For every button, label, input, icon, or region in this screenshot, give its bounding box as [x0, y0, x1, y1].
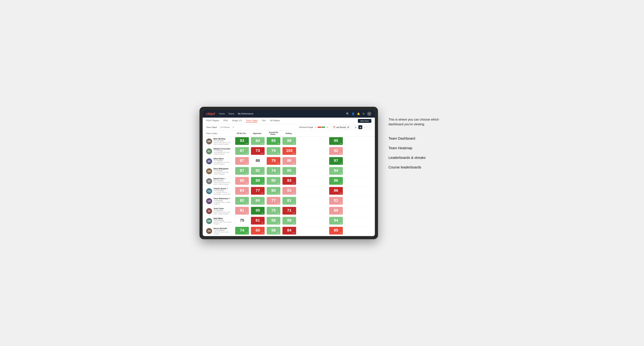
score-cell: 824▲ — [250, 166, 266, 176]
table-row[interactable]: JCJosh Coles1-5 HandicapRoyal North Devo… — [203, 206, 375, 216]
subnav-hcaps[interactable]: Hcaps 1-5 — [232, 119, 242, 123]
score-box: 93+4▲ — [235, 137, 249, 145]
col-header-off_tee[interactable]: Off the Tee ↓ — [234, 130, 250, 137]
top-nav: clippd Home Teams My Performance 🔍 👤 🔔 ⚙… — [203, 110, 375, 118]
last-rounds-button[interactable]: 📅 Last Rounds: 20 — [331, 126, 351, 129]
subnav-team-clippd[interactable]: Team Clippd — [246, 119, 258, 123]
score-change: 1▲ — [278, 173, 280, 174]
table-row[interactable]: CQCharlie Quick ✓6-10 HandicapSt. George… — [203, 186, 375, 196]
score-cell: 975▲ — [297, 156, 375, 166]
score-cell: 83-3▼ — [234, 186, 250, 196]
score-value: 86 — [334, 188, 338, 193]
heatmap-view-button[interactable]: ▦ — [358, 125, 362, 129]
table-row[interactable]: CRChris Robertson ✓1-5 HandicapCraigmill… — [203, 196, 375, 206]
player-cell[interactable]: EEElliot Ebert1-5 HandicapSunningdale Go… — [203, 156, 234, 166]
score-box: 871▲ — [235, 147, 249, 155]
annotation-option[interactable]: Course leaderboards — [388, 163, 444, 172]
player-name: Josh Coles — [214, 207, 233, 209]
table-row[interactable]: BMBlair McHargPlus HandicapRoyal North D… — [203, 137, 375, 147]
tablet-frame: clippd Home Teams My Performance 🔍 👤 🔔 ⚙… — [200, 107, 378, 239]
score-box: 858▲ — [267, 137, 280, 145]
annotation-panel: This is where you can choose which dashb… — [388, 107, 444, 172]
edit-icon[interactable]: ✏ — [232, 126, 234, 128]
score-value: 82 — [256, 168, 260, 173]
player-cell[interactable]: JCJosh Coles1-5 HandicapRoyal North Devo… — [203, 206, 234, 216]
score-cell: 83-6▼ — [282, 186, 297, 196]
score-box: 85-3▼ — [282, 167, 296, 175]
search-icon[interactable]: 🔍 — [346, 112, 349, 115]
subnav-pga[interactable]: PGA — [224, 119, 228, 123]
score-box: 5810▲ — [267, 227, 280, 234]
profile-icon[interactable]: 👤 — [352, 112, 354, 115]
table-row[interactable]: MMMatt Miller6-10 HandicapWoburn Golf Cl… — [203, 216, 375, 226]
subnav-tour[interactable]: Tour — [262, 119, 266, 123]
col-header-around_green[interactable]: Around the Green ↓ — [266, 130, 282, 137]
score-cell: 84-21▼ — [282, 226, 297, 236]
score-cell: 801▲ — [266, 186, 282, 196]
annotation-option[interactable]: Team Heatmap — [388, 143, 444, 153]
bell-icon[interactable]: 🔔 — [357, 112, 360, 115]
score-value: 87 — [240, 148, 244, 153]
team-header-bar: Team Clippd | 14 Players ✏ 20 Round Chan… — [203, 124, 375, 130]
player-cell[interactable]: DBDave Billingham1-5 HandicapGog Magog G… — [203, 166, 234, 176]
table-row[interactable]: DFDavid Ford ✓Plus HandicapRoyal North D… — [203, 176, 375, 186]
subnav-all-players[interactable]: All Players — [270, 119, 280, 123]
annotation-option[interactable]: Leaderboards & streaks — [388, 153, 444, 163]
score-change: -3▼ — [277, 202, 280, 204]
avatar: MM — [206, 218, 212, 224]
subnav-pgat[interactable]: PGAT Players — [206, 119, 219, 123]
score-box: 88 — [251, 157, 264, 165]
grid-view-button[interactable]: ⊞ — [354, 125, 358, 129]
score-value: 94 — [334, 168, 338, 173]
score-box: 87-3▼ — [235, 157, 249, 165]
score-change: -3▼ — [245, 163, 248, 164]
col-header-approach[interactable]: Approach ↓ — [250, 130, 266, 137]
score-value: 75 — [272, 158, 276, 163]
settings-icon[interactable]: ⚙ — [362, 112, 365, 115]
table-row[interactable]: EEElliot Ebert1-5 HandicapSunningdale Go… — [203, 156, 375, 166]
player-cell[interactable]: BMBlair McHargPlus HandicapRoyal North D… — [203, 137, 234, 147]
table-row[interactable]: ANAaron Nicholls11-15 HandicapDrift Golf… — [203, 226, 375, 236]
list-view-button[interactable]: ≡ — [363, 125, 367, 129]
add-team-button[interactable]: Add Team — [358, 119, 371, 123]
score-change: -3▼ — [277, 163, 280, 164]
score-value: 89 — [334, 208, 338, 213]
sort-button[interactable]: ↕ — [368, 125, 371, 129]
score-cell: 846▲ — [250, 137, 266, 147]
score-value: 77 — [256, 188, 260, 193]
score-value: 97 — [334, 158, 338, 163]
player-cell[interactable]: ANAaron Nicholls11-15 HandicapDrift Golf… — [203, 226, 234, 236]
score-change: -1▼ — [292, 143, 295, 144]
player-cell[interactable]: CRChris Robertson ✓1-5 HandicapCraigmill… — [203, 196, 234, 206]
col-header-putting[interactable]: Putting ↓ — [282, 130, 297, 137]
score-change: 9▲ — [340, 143, 342, 144]
nav-teams[interactable]: Teams — [228, 113, 234, 115]
score-value: 77 — [272, 198, 276, 203]
team-name: Team Clippd — [206, 126, 217, 128]
table-row[interactable]: ECEdward Crossman1-5 HandicapSunningdale… — [203, 147, 375, 156]
annotation-option[interactable]: Team Dashboard — [388, 134, 444, 143]
score-value: 95 — [334, 138, 338, 143]
user-avatar[interactable]: U — [367, 112, 371, 116]
score-cell: 85-4▼ — [297, 226, 375, 236]
nav-home[interactable]: Home — [219, 113, 225, 115]
score-value: 85 — [287, 168, 292, 173]
table-row[interactable]: DBDave Billingham1-5 HandicapGog Magog G… — [203, 166, 375, 176]
score-cell: 803▲ — [266, 176, 282, 186]
score-change: 15▲ — [292, 153, 295, 154]
score-value: 61 — [256, 218, 260, 223]
player-club: St. George's Hill GC - Weybridge - Surre… — [214, 191, 233, 195]
player-cell[interactable]: MMMatt Miller6-10 HandicapWoburn Golf Cl… — [203, 216, 234, 226]
player-club: Craigmillar Park, United Kingdom — [214, 201, 233, 205]
player-cell[interactable]: DFDavid Ford ✓Plus HandicapRoyal North D… — [203, 176, 234, 186]
score-value: 83 — [240, 188, 244, 193]
nav-my-performance[interactable]: My Performance — [238, 113, 253, 115]
player-handicap: 11-15 Handicap — [214, 229, 233, 231]
score-cell: 77-3▼ — [266, 196, 282, 206]
score-value: 80 — [272, 188, 276, 193]
player-cell[interactable]: ECEdward Crossman1-5 HandicapSunningdale… — [203, 147, 234, 156]
view-toggle: ⊞ ▦ ≡ ↕ — [354, 125, 371, 129]
score-change: -4▼ — [339, 232, 342, 234]
score-box: 81-3▼ — [235, 207, 249, 215]
player-cell[interactable]: CQCharlie Quick ✓6-10 HandicapSt. George… — [203, 186, 234, 196]
